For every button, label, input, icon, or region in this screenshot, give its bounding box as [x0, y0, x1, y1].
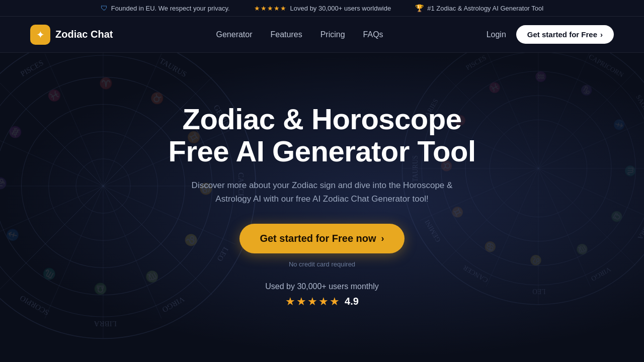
svg-text:♒: ♒	[6, 122, 25, 141]
topbar-users-text: Loved by 30,000+ users worldwide	[290, 5, 391, 12]
nav-item-generator[interactable]: Generator	[216, 30, 252, 39]
nav-cta-button[interactable]: Get started for Free ›	[516, 25, 614, 44]
navbar: ✦ Zodiac Chat Generator Features Pricing…	[0, 17, 644, 53]
svg-text:♓: ♓	[45, 86, 64, 105]
svg-text:♓: ♓	[487, 79, 503, 96]
nav-right: Login Get started for Free ›	[487, 25, 614, 44]
topbar-rank-text: #1 Zodiac & Astrology AI Generator Tool	[427, 5, 543, 12]
rating-row: ★★★★★ 4.9	[169, 295, 476, 308]
svg-text:♑: ♑	[579, 82, 595, 99]
svg-text:TAURUS: TAURUS	[158, 56, 188, 78]
svg-text:♐: ♐	[611, 117, 627, 133]
top-bar: 🛡 Founded in EU. We respect your privacy…	[0, 0, 644, 17]
svg-text:PISCES: PISCES	[19, 58, 45, 78]
nav-links: Generator Features Pricing FAQs	[216, 30, 383, 39]
topbar-stars: ★★★★★	[254, 5, 287, 12]
svg-text:♐: ♐	[3, 225, 22, 244]
rating-number: 4.9	[345, 296, 359, 307]
svg-text:CAPRICORN: CAPRICORN	[587, 53, 625, 79]
svg-text:♎: ♎	[93, 282, 107, 296]
login-button[interactable]: Login	[487, 30, 506, 39]
hero-title: Zodiac & Horoscope Free AI Generator Too…	[169, 103, 476, 167]
hero-content: Zodiac & Horoscope Free AI Generator Too…	[158, 103, 486, 308]
users-stat: Used by 30,000+ users monthly	[169, 282, 476, 291]
svg-text:PISCES: PISCES	[464, 54, 488, 71]
hero-cta-button[interactable]: Get started for Free now ›	[239, 224, 404, 253]
logo-icon: ✦	[30, 25, 50, 45]
svg-text:♍: ♍	[574, 241, 590, 257]
no-credit-text: No credit card required	[169, 260, 476, 268]
logo-text: Zodiac Chat	[55, 29, 113, 40]
svg-text:LEO: LEO	[532, 288, 546, 295]
hero-section: ARIES TAURUS GEMINI CANCER LEO VIRGO LIB…	[0, 53, 644, 358]
nav-item-features[interactable]: Features	[271, 30, 302, 39]
topbar-item-privacy: 🛡 Founded in EU. We respect your privacy…	[101, 4, 230, 12]
rating-stars: ★★★★★	[285, 295, 341, 308]
svg-text:♑: ♑	[0, 176, 7, 190]
svg-text:♏: ♏	[39, 264, 58, 283]
svg-text:♌: ♌	[529, 254, 542, 266]
svg-text:♎: ♎	[608, 209, 624, 225]
svg-text:♒: ♒	[535, 71, 547, 82]
topbar-privacy-text: Founded in EU. We respect your privacy.	[111, 5, 230, 12]
hero-subtitle: Discover more about your Zodiac sign and…	[181, 178, 463, 206]
svg-text:♈: ♈	[99, 76, 113, 90]
topbar-item-rank: 🏆 #1 Zodiac & Astrology AI Generator Too…	[415, 4, 543, 12]
svg-text:SAGITTARIUS: SAGITTARIUS	[634, 94, 644, 135]
trophy-icon: 🏆	[415, 4, 424, 12]
nav-item-faqs[interactable]: FAQs	[363, 30, 383, 39]
logo[interactable]: ✦ Zodiac Chat	[30, 25, 113, 45]
svg-text:♏: ♏	[624, 165, 636, 177]
topbar-item-users: ★★★★★ Loved by 30,000+ users worldwide	[254, 5, 391, 12]
shield-icon: 🛡	[101, 4, 108, 12]
svg-text:LIBRA: LIBRA	[94, 320, 117, 328]
svg-text:VIRGO: VIRGO	[590, 265, 612, 283]
nav-item-pricing[interactable]: Pricing	[320, 30, 345, 39]
